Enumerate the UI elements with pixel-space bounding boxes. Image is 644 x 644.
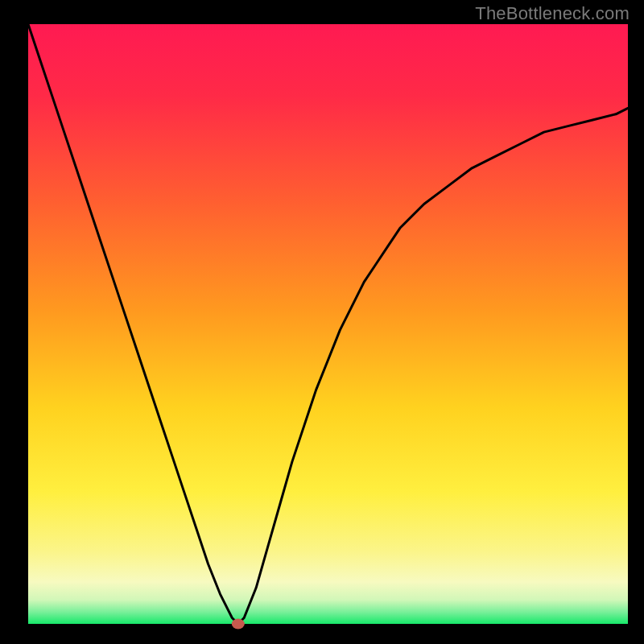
chart-svg <box>0 0 644 644</box>
optimal-point-marker <box>232 619 245 630</box>
watermark-text: TheBottleneck.com <box>475 3 630 24</box>
gradient-background <box>28 24 628 624</box>
bottleneck-chart <box>0 0 644 644</box>
